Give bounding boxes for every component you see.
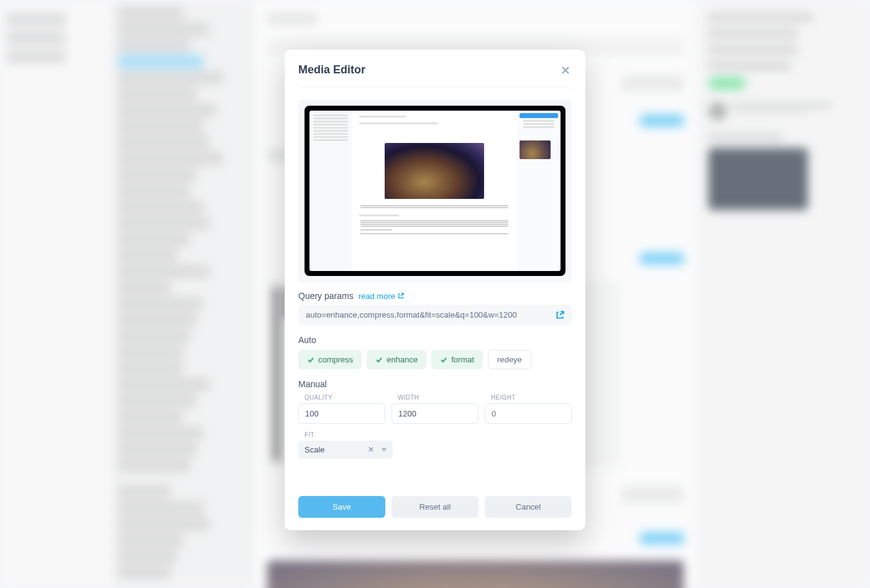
read-more-text: read more: [359, 292, 395, 301]
query-params-header: Query params read more: [298, 291, 572, 301]
query-params-value-box: auto=enhance,compress,format&fit=scale&q…: [298, 305, 572, 325]
read-more-link[interactable]: read more: [359, 292, 404, 301]
manual-fields: QUALITY WIDTH HEIGHT: [298, 394, 572, 424]
quality-label: QUALITY: [304, 394, 385, 401]
external-link-icon: [398, 293, 404, 299]
quality-input[interactable]: [298, 403, 385, 424]
external-link-icon: [556, 311, 564, 319]
chip-label: format: [451, 355, 474, 364]
chevron-down-icon: [380, 445, 388, 454]
width-label: WIDTH: [398, 394, 478, 401]
close-icon: [368, 446, 374, 452]
query-params-label: Query params: [298, 291, 354, 301]
auto-chip-redeye[interactable]: redeye: [488, 350, 531, 369]
chip-label: compress: [318, 355, 353, 364]
fit-select[interactable]: Scale: [298, 441, 393, 459]
image-preview: [298, 99, 572, 282]
fit-label: FIT: [304, 431, 572, 438]
height-field-group: HEIGHT: [485, 394, 572, 424]
query-params-value: auto=enhance,compress,format&fit=scale&q…: [306, 310, 517, 319]
auto-chip-compress[interactable]: compress: [298, 350, 362, 369]
height-input[interactable]: [485, 403, 572, 424]
close-button[interactable]: [559, 64, 572, 76]
tablet-frame: [304, 106, 566, 276]
modal-overlay: Media Editor: [0, 0, 870, 588]
clear-fit-button[interactable]: [368, 445, 374, 454]
modal-footer: Save Reset all Cancel: [298, 496, 572, 518]
auto-chip-format[interactable]: format: [431, 350, 483, 369]
modal-title: Media Editor: [298, 63, 365, 76]
save-button[interactable]: Save: [298, 496, 385, 518]
quality-field-group: QUALITY: [298, 394, 385, 424]
check-icon: [375, 356, 383, 364]
open-url-button[interactable]: [556, 311, 564, 319]
auto-chips: compress enhance format redeye: [298, 350, 572, 369]
fit-value: Scale: [304, 445, 325, 454]
cancel-button[interactable]: Cancel: [485, 496, 572, 518]
manual-section-label: Manual: [298, 379, 572, 389]
modal-header: Media Editor: [298, 63, 572, 88]
tablet-screen: [309, 111, 561, 271]
reset-all-button[interactable]: Reset all: [392, 496, 478, 518]
chip-label: redeye: [497, 355, 522, 364]
width-field-group: WIDTH: [392, 394, 478, 424]
width-input[interactable]: [392, 403, 478, 424]
height-label: HEIGHT: [491, 394, 572, 401]
check-icon: [440, 356, 447, 364]
media-editor-modal: Media Editor: [285, 50, 585, 530]
fit-field-group: FIT Scale: [298, 431, 572, 459]
auto-chip-enhance[interactable]: enhance: [367, 350, 426, 369]
close-icon: [561, 66, 570, 75]
check-icon: [307, 356, 314, 364]
auto-section-label: Auto: [298, 335, 572, 345]
chip-label: enhance: [387, 355, 418, 364]
